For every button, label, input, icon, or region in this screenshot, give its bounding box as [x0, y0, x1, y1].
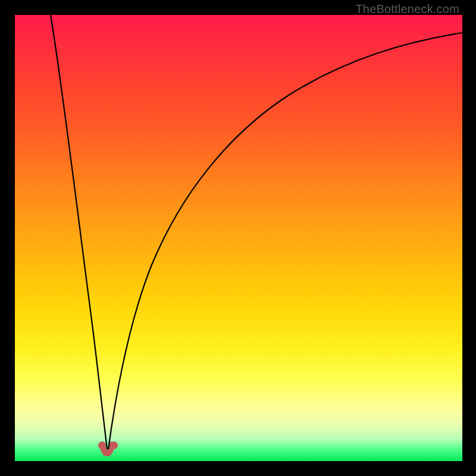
strip-dot — [98, 441, 106, 449]
strip-dot — [110, 441, 118, 449]
chart-container: TheBottleneck.com — [0, 0, 476, 476]
plot-area — [15, 15, 462, 461]
watermark: TheBottleneck.com — [355, 2, 459, 16]
